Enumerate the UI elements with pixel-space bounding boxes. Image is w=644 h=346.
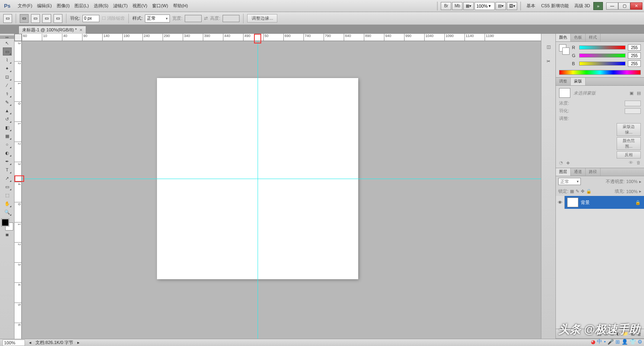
window-minimize[interactable]: — xyxy=(606,2,618,10)
quickmask-toggle[interactable]: ◙ xyxy=(3,231,12,239)
blue-slider[interactable] xyxy=(579,62,625,66)
blend-mode-dropdown[interactable]: 正常 xyxy=(558,178,581,185)
mask-apply-icon[interactable]: ◆ xyxy=(566,160,570,165)
history-panel-icon[interactable]: ◫ xyxy=(544,42,553,51)
3d-tool[interactable]: ⬚ xyxy=(3,191,12,199)
ruler-vertical[interactable]: 3210 1234 0123 456 xyxy=(14,41,22,339)
arrange-button[interactable]: ▤▾ xyxy=(495,2,506,10)
refine-edge-button[interactable]: 调整边缘... xyxy=(247,14,277,23)
menu-view[interactable]: 视图(V) xyxy=(130,1,150,10)
green-slider[interactable] xyxy=(579,54,625,58)
hand-tool[interactable]: ✋ xyxy=(3,200,12,208)
dodge-tool[interactable]: ◐ xyxy=(3,149,12,157)
menu-edit[interactable]: 编辑(E) xyxy=(35,1,54,10)
layer-visibility-icon[interactable]: 👁 xyxy=(556,196,565,209)
path-select-tool[interactable]: ↗ xyxy=(3,174,12,182)
quick-select-tool[interactable]: ✦ xyxy=(3,64,12,72)
foreground-color[interactable] xyxy=(2,219,9,226)
menu-filter[interactable]: 滤镜(T) xyxy=(111,1,130,10)
feather-input[interactable] xyxy=(83,15,99,22)
vector-mask-icon[interactable]: ▤ xyxy=(637,91,641,96)
healing-tool[interactable]: ⚕ xyxy=(3,90,12,98)
zoom-dropdown[interactable]: 100% ▾ xyxy=(475,2,495,10)
lock-pixels-icon[interactable]: ▦ xyxy=(570,189,574,194)
menu-image[interactable]: 图像(I) xyxy=(54,1,72,10)
scroll-left-icon[interactable]: ◂ xyxy=(29,340,31,345)
minibridge-button[interactable]: Mb xyxy=(452,2,462,10)
tab-masks[interactable]: 蒙版 xyxy=(571,78,586,85)
type-tool[interactable]: T xyxy=(3,166,12,174)
selection-intersect[interactable]: ▭ xyxy=(54,14,62,23)
toolbox-grip[interactable]: ▸▸ xyxy=(0,35,14,39)
tab-layers[interactable]: 图层 xyxy=(556,168,571,176)
workspace-cs5new[interactable]: CS5 新增功能 xyxy=(539,2,571,10)
lock-position-icon[interactable]: ✎ xyxy=(576,189,579,194)
color-range-button[interactable]: 颜色范围... xyxy=(617,137,641,150)
menu-help[interactable]: 帮助(H) xyxy=(171,1,190,10)
style-dropdown[interactable]: 正常 xyxy=(145,14,170,23)
screen-mode-button[interactable]: ▦▾ xyxy=(463,2,474,10)
canvas-area[interactable]: 60104090 140190240290 340390440490 50690… xyxy=(14,34,541,339)
selection-new[interactable]: ▭ xyxy=(20,14,29,23)
history-brush-tool[interactable]: ↺ xyxy=(3,115,12,123)
layer-name[interactable]: 背景 xyxy=(581,200,590,206)
marquee-tool[interactable]: ▭ xyxy=(3,47,12,56)
green-value[interactable] xyxy=(628,52,641,59)
ruler-origin[interactable] xyxy=(14,34,22,41)
brush-tool[interactable]: ✎ xyxy=(3,98,12,106)
mask-edge-button[interactable]: 蒙版边缘... xyxy=(617,123,641,136)
invert-button[interactable]: 反相 xyxy=(617,151,641,159)
pen-tool[interactable]: ✒ xyxy=(3,157,12,165)
status-doc-info[interactable]: 文档:826.1K/0 字节 xyxy=(35,340,73,346)
zoom-tool[interactable]: 🔍 xyxy=(3,208,12,216)
ruler-horizontal[interactable]: 60104090 140190240290 340390440490 50690… xyxy=(22,34,541,41)
workspace-more[interactable]: » xyxy=(593,2,603,10)
selection-add[interactable]: ▭ xyxy=(31,14,40,23)
blue-value[interactable] xyxy=(628,60,641,67)
tab-adjustments[interactable]: 调整 xyxy=(556,78,571,85)
status-menu-icon[interactable]: ▸ xyxy=(77,340,80,345)
menu-layer[interactable]: 图层(L) xyxy=(72,1,91,10)
tab-channels[interactable]: 通道 xyxy=(571,168,586,176)
menu-window[interactable]: 窗口(W) xyxy=(150,1,171,10)
shape-tool[interactable]: ▭ xyxy=(3,183,12,191)
selection-subtract[interactable]: ▭ xyxy=(42,14,51,23)
blur-tool[interactable]: ○ xyxy=(3,140,12,148)
tab-close[interactable]: ✕ xyxy=(79,28,83,32)
menu-file[interactable]: 文件(F) xyxy=(15,1,35,10)
color-swatches[interactable] xyxy=(2,219,13,230)
guide-horizontal[interactable] xyxy=(22,179,541,179)
layer-row[interactable]: 👁 背景 🔒 xyxy=(556,196,644,209)
workspace-basic[interactable]: 基本 xyxy=(524,2,538,10)
lock-all-icon[interactable]: 🔒 xyxy=(586,189,592,194)
gradient-tool[interactable]: ▦ xyxy=(3,132,12,140)
mask-eye-icon[interactable]: 👁 xyxy=(629,160,633,165)
move-tool[interactable]: ↖ xyxy=(3,39,12,47)
guide-vertical[interactable] xyxy=(258,41,258,339)
status-zoom[interactable]: 100% xyxy=(2,340,25,346)
layer-thumbnail[interactable] xyxy=(567,198,578,207)
red-value[interactable] xyxy=(628,44,641,51)
opacity-value[interactable]: 100% xyxy=(626,179,638,184)
crop-tool[interactable]: ⊡ xyxy=(3,73,12,81)
tab-swatches[interactable]: 色板 xyxy=(571,34,586,41)
tab-styles[interactable]: 样式 xyxy=(586,34,601,41)
fill-value[interactable]: 100% xyxy=(626,189,638,194)
bridge-button[interactable]: Br xyxy=(441,2,451,10)
mask-delete-icon[interactable]: 🗑 xyxy=(636,160,641,165)
mask-load-icon[interactable]: ◔ xyxy=(559,160,563,165)
document-tab[interactable]: 未标题-1 @ 100%(RGB/8) * ✕ xyxy=(19,26,86,34)
lock-move-icon[interactable]: ✥ xyxy=(581,189,584,194)
workspace-3d[interactable]: 高级 3D xyxy=(572,2,592,10)
pixel-mask-icon[interactable]: ▣ xyxy=(630,91,634,96)
window-close[interactable]: ✕ xyxy=(630,2,642,10)
tab-color[interactable]: 颜色 xyxy=(556,34,571,41)
layer-list[interactable]: 👁 背景 🔒 xyxy=(556,196,644,329)
lasso-tool[interactable]: ⌇ xyxy=(3,56,12,64)
tools-panel-icon[interactable]: ✂ xyxy=(544,56,553,66)
spectrum-bar[interactable] xyxy=(559,70,641,75)
window-maximize[interactable]: ▢ xyxy=(618,2,630,10)
menu-select[interactable]: 选择(S) xyxy=(91,1,111,10)
panel-bg-swatch[interactable] xyxy=(562,47,570,55)
tool-preset[interactable]: ▭ xyxy=(3,14,12,23)
